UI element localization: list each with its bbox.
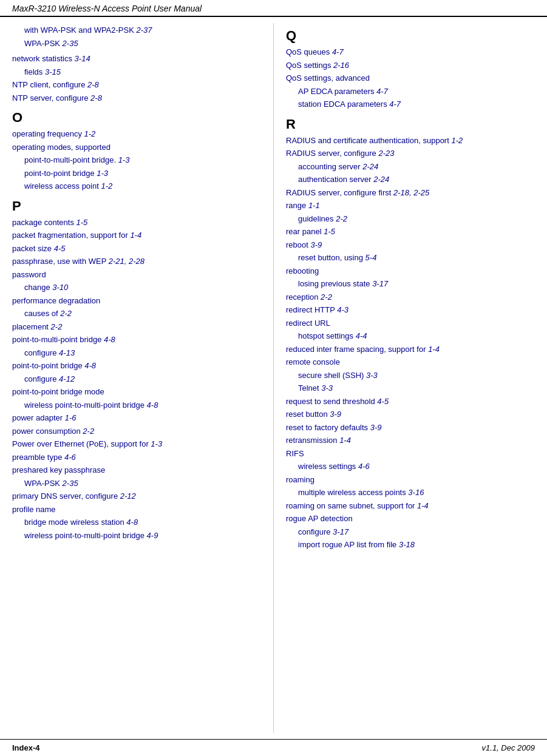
entry-page: 2-35 xyxy=(63,39,78,48)
entry-page: 3-3 xyxy=(366,371,378,380)
entry-page: 3-9 xyxy=(310,240,322,249)
list-item: hotspot settings 4-4 xyxy=(298,330,534,342)
entry-page: 2-21, 2-28 xyxy=(109,257,144,266)
list-item: reboot 3-9 xyxy=(286,239,534,251)
continued-entry-1: with WPA-PSK and WPA2-PSK 2-37 xyxy=(24,24,261,36)
entry-page: 4-5 xyxy=(54,244,66,253)
list-item: power adapter 1-6 xyxy=(12,412,261,424)
entry-label: configure xyxy=(298,527,333,536)
entry-page: 1-3 xyxy=(118,155,130,164)
list-item: rogue AP detection xyxy=(286,513,534,525)
entry-page: 2-2 xyxy=(336,214,347,223)
entry-label: power consumption xyxy=(12,427,83,436)
entry-page: 4-7 xyxy=(332,47,344,56)
list-item: bridge mode wireless station 4-8 xyxy=(24,516,261,528)
entry-label: performance degradation xyxy=(12,296,100,305)
section-letter-o: O xyxy=(12,110,261,126)
entry-label: power adapter xyxy=(12,413,65,422)
entry-page: 2-24 xyxy=(373,175,389,184)
entry-label: request to send threshold xyxy=(286,397,377,406)
entry-page: 1-3 xyxy=(151,439,162,448)
list-item: reset to factory defaults 3-9 xyxy=(286,422,534,434)
entry-label: causes of xyxy=(24,309,60,318)
entry-label: WPA-PSK xyxy=(24,39,63,48)
list-item: multiple wireless access points 3-16 xyxy=(298,487,534,499)
entry-label: profile name xyxy=(12,505,56,514)
list-item: point-to-point bridge mode xyxy=(12,386,261,398)
entry-label: multiple wireless access points xyxy=(298,488,408,497)
right-column: Q QoS queues 4-7 QoS settings 2-16 QoS s… xyxy=(273,23,534,733)
list-item: point-to-multi-point bridge. 1-3 xyxy=(24,154,261,166)
entry-page: 2-35 xyxy=(63,479,78,488)
list-item: wireless point-to-multi-point bridge 4-8 xyxy=(24,399,261,411)
entry-label: roaming on same subnet, support for xyxy=(286,501,417,510)
entry-label: configure xyxy=(24,348,59,357)
list-item: wireless settings 4-6 xyxy=(298,461,534,473)
entry-page: 4-4 xyxy=(356,331,367,340)
continued-entry-2: WPA-PSK 2-35 xyxy=(24,38,261,50)
entry-page: 3-16 xyxy=(408,488,424,497)
entry-page: 4-12 xyxy=(59,374,75,383)
entry-page: 3-9 xyxy=(370,423,382,432)
entry-page: 1-6 xyxy=(65,413,76,422)
list-item: QoS queues 4-7 xyxy=(286,46,534,58)
r-section: R RADIUS and certificate authentication,… xyxy=(286,116,534,551)
entry-label: password xyxy=(12,270,46,279)
list-item: secure shell (SSH) 3-3 xyxy=(298,370,534,382)
entry-label: reboot xyxy=(286,240,310,249)
entry-page: 2-12 xyxy=(120,491,136,501)
list-item: performance degradation xyxy=(12,295,261,307)
entry-page: 3-9 xyxy=(330,410,341,419)
o-section: O operating frequency 1-2 operating mode… xyxy=(12,110,261,192)
entry-page: 1-2 xyxy=(101,181,112,191)
entry-page: 3-14 xyxy=(75,54,90,63)
list-item: remote console xyxy=(286,356,534,368)
list-item: retransmission 1-4 xyxy=(286,434,534,447)
entry-label: operating frequency xyxy=(12,129,84,138)
q-section: Q QoS queues 4-7 QoS settings 2-16 QoS s… xyxy=(286,28,534,110)
entry-page: 4-6 xyxy=(358,462,370,471)
entry-label: wireless point-to-multi-point bridge xyxy=(24,531,147,540)
entry-page: 2-2 xyxy=(51,322,63,331)
header-title: MaxR-3210 Wireless-N Access Point User M… xyxy=(12,4,202,13)
list-item: wireless access point 1-2 xyxy=(24,180,261,192)
entry-page: 2-18, 2-25 xyxy=(393,188,429,197)
entry-label: passphrase, use with WEP xyxy=(12,257,109,266)
list-item: power consumption 2-2 xyxy=(12,425,261,437)
entry-page: 2-23 xyxy=(378,149,394,158)
entry-page: 2-2 xyxy=(321,292,332,302)
entry-label: losing previous state xyxy=(298,279,372,288)
list-item: fields 3-15 xyxy=(24,66,261,78)
list-item: roaming on same subnet, support for 1-4 xyxy=(286,500,534,512)
entry-label: fields xyxy=(24,67,45,76)
entry-page: 1-4 xyxy=(339,436,351,445)
section-letter-r: R xyxy=(286,116,534,132)
section-letter-q: Q xyxy=(286,28,534,44)
entry-label: redirect URL xyxy=(286,319,330,328)
entry-label: point-to-multi-point bridge. xyxy=(24,155,118,164)
list-item: password xyxy=(12,269,261,281)
entry-label: wireless settings xyxy=(298,462,358,471)
list-item: Power over Ethernet (PoE), support for 1… xyxy=(12,438,261,450)
list-item: point-to-point bridge 4-8 xyxy=(12,360,261,372)
section-letter-p: P xyxy=(12,198,261,214)
entry-label: station EDCA parameters xyxy=(298,100,389,109)
entry-page: 1-1 xyxy=(308,201,320,210)
entry-page: 4-7 xyxy=(376,87,388,96)
list-item: packet fragmentation, support for 1-4 xyxy=(12,229,261,241)
entry-page: 4-8 xyxy=(84,361,96,370)
entry-page: 2-8 xyxy=(87,80,99,89)
content-area: with WPA-PSK and WPA2-PSK 2-37 WPA-PSK 2… xyxy=(0,17,547,739)
entry-page: 3-17 xyxy=(372,279,388,288)
list-item: WPA-PSK 2-35 xyxy=(24,478,261,490)
entry-label: reset button, using xyxy=(298,253,365,262)
list-item: RIFS xyxy=(286,448,534,460)
entry-page: 1-4 xyxy=(428,345,440,354)
entry-label: wireless point-to-multi-point bridge xyxy=(24,400,147,410)
entry-page: 4-3 xyxy=(337,305,348,314)
list-item: RADIUS server, configure 2-23 xyxy=(286,147,534,160)
entry-label: remote console xyxy=(286,357,340,366)
entry-page: 4-8 xyxy=(104,335,115,344)
list-item: preshared key passphrase xyxy=(12,464,261,476)
list-item: change 3-10 xyxy=(24,282,261,294)
